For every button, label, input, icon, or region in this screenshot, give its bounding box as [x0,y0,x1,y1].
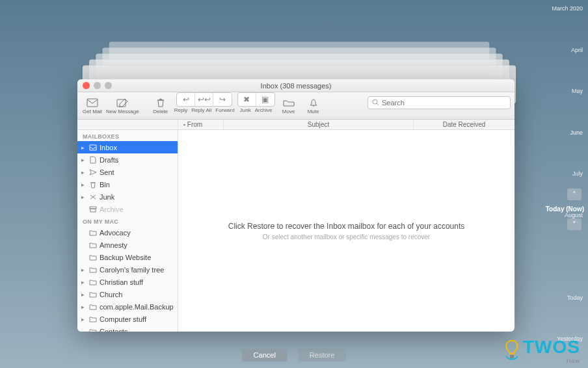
sidebar-item-label: Bin [100,181,110,189]
folder-icon [88,254,98,261]
chevron-up-icon: ˄ [572,191,576,199]
folder-icon [88,266,98,274]
sidebar-item-com-apple-mail-backup[interactable]: ▸com.apple.Mail.Backup [77,300,178,313]
delete-button[interactable]: Delete [150,94,172,118]
svg-point-2 [373,99,377,104]
timeline-tick[interactable]: Today [544,295,584,301]
disclosure-triangle-icon[interactable]: ▸ [81,316,87,322]
titlebar: Inbox (308 messages) [77,79,514,92]
restore-message-secondary: Or select another mailbox or specific me… [263,233,430,241]
junk-button[interactable]: ✖ [238,93,256,106]
disclosure-triangle-icon[interactable]: ▸ [81,194,87,200]
svg-line-3 [377,103,379,105]
sidebar-item-junk[interactable]: ▸Junk [77,191,178,203]
disclosure-triangle-icon[interactable]: ▸ [81,267,87,273]
mute-icon [306,97,321,109]
timeline-tick[interactable]: July [544,170,584,177]
restore-button[interactable]: Restore [298,348,347,361]
move-button[interactable]: Move [278,94,300,118]
timeline-today-label: Today (Now) [546,205,584,213]
disclosure-triangle-icon[interactable]: ▸ [81,279,87,285]
svg-rect-0 [87,99,98,107]
svg-rect-5 [90,209,96,212]
sidebar-item-label: Church [100,291,122,298]
archive-button[interactable]: ▣ [256,93,274,106]
restore-message-primary: Click Restore to recover the Inbox mailb… [228,222,465,231]
timeline-tick[interactable]: April [544,47,584,53]
sidebar-item-amnesty[interactable]: Amnesty [77,239,178,251]
timeline-tick[interactable]: March 2020 [544,5,584,12]
chevron-down-icon: ˅ [572,220,576,229]
junk-icon [88,193,98,201]
cancel-button[interactable]: Cancel [242,348,287,361]
sidebar-item-church[interactable]: ▸Church [77,288,178,300]
search-field[interactable] [368,96,511,109]
column-date[interactable]: Date Received [414,120,514,129]
move-icon [282,97,296,109]
sidebar-item-computer-stuff[interactable]: ▸Computer stuff [77,313,178,325]
sidebar-item-label: Computer stuff [100,315,146,323]
sidebar-item-label: Contacts [100,328,127,332]
toolbar: Get Mail New Message Delete ↩ ↩↩ ↪ Reply… [77,92,514,120]
sidebar-item-backup-website[interactable]: Backup Website [77,251,178,263]
disclosure-triangle-icon[interactable]: ▸ [81,181,87,188]
disclosure-triangle-icon[interactable]: ▸ [81,304,87,310]
sidebar-item-advocacy[interactable]: Advocacy [77,226,178,239]
svg-rect-6 [510,355,514,358]
mail-window: Inbox (308 messages) Get Mail New Messag… [77,79,514,332]
window-title: Inbox (308 messages) [77,82,514,90]
timeline: March 2020AprilMayJuneJulyAugustTodayYes… [544,5,584,342]
timeline-down-button[interactable]: ˅ [567,218,581,230]
folder-icon [88,328,98,332]
sidebar-item-label: Inbox [100,144,117,151]
disclosure-triangle-icon[interactable]: ▸ [81,169,87,176]
forward-icon: ↪ [219,95,226,104]
sidebar-section-title: ON MY MAC [77,215,178,226]
sidebar-item-archive[interactable]: Archive [77,203,178,215]
folder-icon [88,229,98,237]
reply-all-icon: ↩↩ [198,95,211,104]
sidebar-item-label: Christian stuff [100,278,143,286]
reply-group: ↩ ↩↩ ↪ [176,92,232,107]
sidebar-item-label: Amnesty [100,241,127,249]
watermark: TWOS How [503,337,580,364]
reply-all-button[interactable]: ↩↩ [195,93,213,106]
folder-icon [88,291,98,298]
column-subject[interactable]: Subject [224,120,414,129]
disclosure-triangle-icon[interactable]: ▸ [81,157,87,163]
new-message-button[interactable]: New Message [106,94,139,118]
sidebar-item-inbox[interactable]: ▸Inbox [77,141,178,153]
reply-button[interactable]: ↩ [177,93,195,106]
search-icon [372,99,379,106]
sidebar-item-bin[interactable]: ▸Bin [77,178,178,191]
envelope-icon [85,97,100,109]
sidebar-item-label: Junk [100,193,114,201]
timeline-tick[interactable] [544,253,584,259]
sidebar-item-carolyn-s-family-tree[interactable]: ▸Carolyn's family tree [77,263,178,276]
sidebar-item-contacts[interactable]: Contacts [77,325,178,332]
sidebar-item-label: Carolyn's family tree [100,266,164,274]
sidebar-item-label: Drafts [100,156,118,164]
trash-icon [88,181,98,189]
disclosure-triangle-icon[interactable]: ▸ [81,144,87,151]
archive-icon [88,205,98,213]
sidebar-item-christian-stuff[interactable]: ▸Christian stuff [77,276,178,288]
sidebar: MAILBOXES▸Inbox▸Drafts▸Sent▸Bin▸JunkArch… [77,130,178,332]
timeline-tick[interactable]: June [544,129,584,136]
compose-icon [115,97,129,109]
sidebar-item-drafts[interactable]: ▸Drafts [77,153,178,166]
junk-icon: ✖ [243,95,250,104]
disclosure-triangle-icon[interactable]: ▸ [81,291,87,298]
timeline-tick[interactable]: May [544,88,584,94]
archive-icon: ▣ [261,95,269,104]
get-mail-button[interactable]: Get Mail [81,94,103,118]
folder-icon [88,278,98,286]
mute-button[interactable]: Mute [302,94,325,118]
forward-button[interactable]: ↪ [213,93,232,106]
sidebar-item-sent[interactable]: ▸Sent [77,166,178,178]
folder-icon [88,315,98,323]
trash-icon [154,97,168,109]
timeline-up-button[interactable]: ˄ [567,189,581,200]
column-from[interactable]: •From [178,120,224,129]
search-input[interactable] [382,99,506,107]
